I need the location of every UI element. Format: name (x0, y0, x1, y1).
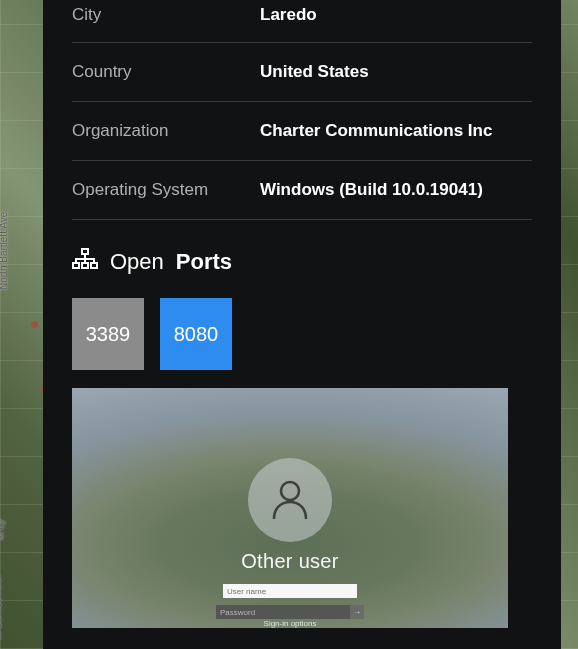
svg-rect-0 (82, 249, 88, 254)
sitemap-icon (72, 248, 98, 276)
port-number: 8080 (174, 323, 219, 346)
info-value: Laredo (260, 4, 317, 26)
port-number: 3389 (86, 323, 131, 346)
password-row: → (216, 605, 364, 619)
info-value: Charter Communications Inc (260, 120, 492, 142)
info-row-city: City Laredo (72, 0, 532, 43)
svg-rect-2 (82, 263, 88, 268)
info-row-organization: Organization Charter Communications Inc (72, 102, 532, 161)
ports-heading-bold: Ports (176, 249, 232, 275)
user-icon (267, 475, 313, 525)
svg-point-4 (281, 482, 299, 500)
info-label: Operating System (72, 179, 260, 201)
login-title: Other user (241, 550, 338, 573)
map-street-label: st Ly (0, 519, 6, 540)
port-chip-8080[interactable]: 8080 (160, 298, 232, 370)
info-row-os: Operating System Windows (Build 10.0.190… (72, 161, 532, 220)
open-ports-heading: Open Ports (72, 248, 532, 276)
info-value: Windows (Build 10.0.19041) (260, 179, 483, 201)
info-label: Country (72, 61, 260, 83)
port-chip-3389[interactable]: 3389 (72, 298, 144, 370)
info-label: City (72, 4, 260, 26)
map-street-label: th Bartlett Ave. (0, 575, 3, 640)
arrow-right-icon: → (353, 607, 362, 617)
signin-options-link[interactable]: Sign-in options (264, 619, 317, 628)
svg-rect-3 (91, 263, 97, 268)
username-row (223, 584, 357, 598)
username-input[interactable] (223, 584, 357, 598)
password-input[interactable] (216, 605, 350, 619)
svg-rect-1 (73, 263, 79, 268)
ports-heading-thin: Open (110, 249, 164, 275)
details-panel: City Laredo Country United States Organi… (43, 0, 561, 649)
info-row-country: Country United States (72, 43, 532, 102)
avatar-circle (248, 458, 332, 542)
submit-button[interactable]: → (350, 605, 364, 619)
info-label: Organization (72, 120, 260, 142)
info-value: United States (260, 61, 369, 83)
ports-list: 3389 8080 (72, 298, 532, 370)
map-street-label: North Bartlett Ave. (0, 209, 9, 290)
rdp-screenshot[interactable]: Other user → Sign-in options (72, 388, 508, 628)
